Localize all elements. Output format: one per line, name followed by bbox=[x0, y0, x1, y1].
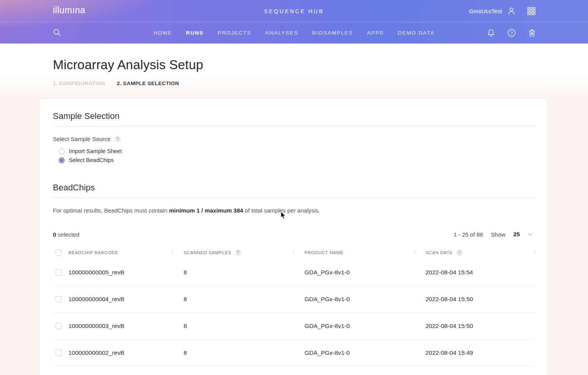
column-header-beadchip-barcode: BEADCHIP BARCODE bbox=[62, 250, 184, 255]
cell-barcode: 100000000003_revB bbox=[62, 323, 184, 330]
header-nav-row: HOMERUNSPROJECTSANALYSESBIOSAMPLESAPPSDE… bbox=[0, 22, 588, 44]
nav-item-runs[interactable]: RUNS bbox=[186, 30, 203, 36]
cell-product-name: GDA_PGx-8v1-0 bbox=[304, 349, 425, 356]
column-header-label: SCAN DATE? bbox=[425, 249, 463, 256]
info-prefix: For optimal results, BeadChips must cont… bbox=[53, 207, 169, 214]
row-checkbox[interactable] bbox=[56, 296, 62, 302]
column-header-label: SCANNED SAMPLES? bbox=[184, 249, 242, 256]
beadchips-info-text: For optimal results, BeadChips must cont… bbox=[53, 207, 536, 214]
nav-item-biosamples[interactable]: BIOSAMPLES bbox=[312, 30, 353, 36]
column-header-label: PRODUCT NAME bbox=[304, 250, 343, 255]
nav-item-apps[interactable]: APPS bbox=[367, 30, 384, 36]
content-card: Sample Selection Select Sample Source ? … bbox=[40, 99, 547, 375]
table-row[interactable]: 100000000002_revB8GDA_PGx-8v1-02022-08-0… bbox=[53, 340, 536, 366]
trash-icon[interactable] bbox=[528, 29, 536, 37]
pagination-range: 1 - 25 of 88 bbox=[453, 231, 483, 238]
cell-barcode: 100000000004_revB bbox=[62, 296, 184, 303]
page-head: Microarray Analysis Setup 1. CONFIGURATI… bbox=[0, 44, 588, 99]
nav-item-analyses[interactable]: ANALYSES bbox=[265, 30, 298, 36]
nav-item-home[interactable]: HOME bbox=[154, 30, 172, 36]
cell-scan-date: 2022-08-04 15:49 bbox=[425, 349, 536, 356]
column-header-text: SCANNED SAMPLES bbox=[184, 250, 231, 255]
column-header-product-name: PRODUCT NAME bbox=[304, 250, 425, 255]
chevron-down-icon[interactable] bbox=[528, 233, 533, 236]
cell-scan-date: 2022-08-04 15:50 bbox=[425, 323, 536, 330]
radio-label: Select BeadChips bbox=[69, 157, 114, 163]
pagination: 1 - 25 of 88 Show 25 bbox=[453, 231, 533, 238]
section-divider bbox=[53, 126, 536, 127]
header-action-icons: ? bbox=[487, 22, 536, 44]
sample-source-label: Select Sample Source ? bbox=[53, 136, 536, 142]
wizard-steps: 1. CONFIGURATION2. SAMPLE SELECTION bbox=[53, 80, 588, 86]
help-icon[interactable]: ? bbox=[508, 29, 516, 37]
select-all-checkbox[interactable] bbox=[56, 249, 62, 256]
cell-barcode: 100000000005_revB bbox=[62, 269, 184, 276]
row-checkbox[interactable] bbox=[56, 323, 62, 329]
row-checkbox[interactable] bbox=[56, 269, 62, 276]
beadchips-table: BEADCHIP BARCODESCANNED SAMPLES?PRODUCT … bbox=[53, 246, 536, 366]
app-launcher-icon[interactable] bbox=[527, 7, 536, 15]
column-help-icon[interactable]: ? bbox=[235, 249, 242, 256]
column-help-icon[interactable]: ? bbox=[456, 249, 463, 256]
content-background: Sample Selection Select Sample Source ? … bbox=[0, 99, 588, 375]
column-separator bbox=[535, 250, 535, 255]
info-suffix: of total samples per analysis. bbox=[243, 207, 320, 214]
header-user-area: GmsUcsTest bbox=[469, 0, 536, 22]
page-size-select[interactable]: 25 bbox=[513, 231, 520, 238]
cell-scanned-samples: 8 bbox=[184, 323, 304, 330]
table-row[interactable]: 100000000005_revB8GDA_PGx-8v1-02022-08-0… bbox=[53, 259, 536, 286]
cell-scanned-samples: 8 bbox=[184, 296, 304, 303]
sample-source-radio-group: Import Sample SheetSelect BeadChips bbox=[53, 148, 536, 163]
radio-option-import-sample-sheet[interactable]: Import Sample Sheet bbox=[59, 148, 536, 154]
row-checkbox[interactable] bbox=[56, 350, 62, 356]
column-separator bbox=[172, 250, 173, 255]
notifications-bell-icon[interactable] bbox=[487, 29, 495, 37]
cell-scanned-samples: 8 bbox=[184, 269, 304, 276]
app-header: illumına SEQUENCE HUB GmsUcsTest bbox=[0, 0, 588, 44]
user-name[interactable]: GmsUcsTest bbox=[469, 8, 502, 14]
info-bold: minimum 1 / maximum 384 bbox=[169, 207, 243, 214]
column-separator bbox=[293, 250, 294, 255]
cell-scanned-samples: 8 bbox=[184, 349, 304, 356]
table-row[interactable]: 100000000003_revB8GDA_PGx-8v1-02022-08-0… bbox=[53, 313, 536, 340]
table-header: BEADCHIP BARCODESCANNED SAMPLES?PRODUCT … bbox=[53, 246, 536, 259]
column-header-label: BEADCHIP BARCODE bbox=[68, 250, 118, 255]
column-separator bbox=[414, 250, 415, 255]
sample-source-label-text: Select Sample Source bbox=[53, 136, 110, 142]
nav-item-projects[interactable]: PROJECTS bbox=[218, 30, 251, 36]
cell-scan-date: 2022-08-04 15:50 bbox=[425, 296, 536, 303]
column-header-scanned-samples: SCANNED SAMPLES? bbox=[184, 249, 304, 256]
radio-option-select-beadchips[interactable]: Select BeadChips bbox=[59, 157, 536, 163]
svg-text:?: ? bbox=[510, 31, 513, 35]
beadchips-heading: BeadChips bbox=[53, 183, 536, 193]
selected-count-number: 0 bbox=[53, 231, 56, 238]
user-icon[interactable] bbox=[507, 7, 516, 15]
table-row[interactable]: 100000000004_revB8GDA_PGx-8v1-02022-08-0… bbox=[53, 286, 536, 313]
cell-product-name: GDA_PGx-8v1-0 bbox=[304, 296, 425, 303]
radio-button[interactable] bbox=[59, 148, 65, 154]
header-top-row: illumına SEQUENCE HUB GmsUcsTest bbox=[0, 0, 588, 22]
section-divider bbox=[53, 198, 536, 198]
sample-selection-heading: Sample Selection bbox=[53, 99, 536, 121]
cell-product-name: GDA_PGx-8v1-0 bbox=[304, 269, 425, 276]
column-header-scan-date: SCAN DATE? bbox=[425, 249, 536, 256]
column-header-text: PRODUCT NAME bbox=[304, 250, 343, 255]
list-controls: 0selected 1 - 25 of 88 Show 25 bbox=[53, 231, 536, 238]
radio-button[interactable] bbox=[59, 157, 65, 163]
page-title: Microarray Analysis Setup bbox=[53, 58, 588, 72]
radio-label: Import Sample Sheet bbox=[69, 148, 122, 154]
cell-product-name: GDA_PGx-8v1-0 bbox=[304, 323, 425, 330]
sample-source-help-icon[interactable]: ? bbox=[114, 136, 121, 142]
show-label: Show bbox=[491, 231, 506, 238]
step-1-configuration[interactable]: 1. CONFIGURATION bbox=[53, 80, 105, 86]
step-2-sample-selection[interactable]: 2. SAMPLE SELECTION bbox=[117, 80, 179, 86]
nav-item-demo-data[interactable]: DEMO DATA bbox=[398, 30, 434, 36]
selected-count: 0selected bbox=[53, 231, 79, 238]
cell-scan-date: 2022-08-04 15:54 bbox=[425, 269, 536, 276]
selected-count-label: selected bbox=[58, 231, 79, 238]
column-header-text: BEADCHIP BARCODE bbox=[68, 250, 118, 255]
cell-barcode: 100000000002_revB bbox=[62, 349, 184, 356]
column-header-text: SCAN DATE bbox=[425, 250, 453, 255]
table-body: 100000000005_revB8GDA_PGx-8v1-02022-08-0… bbox=[53, 259, 536, 366]
